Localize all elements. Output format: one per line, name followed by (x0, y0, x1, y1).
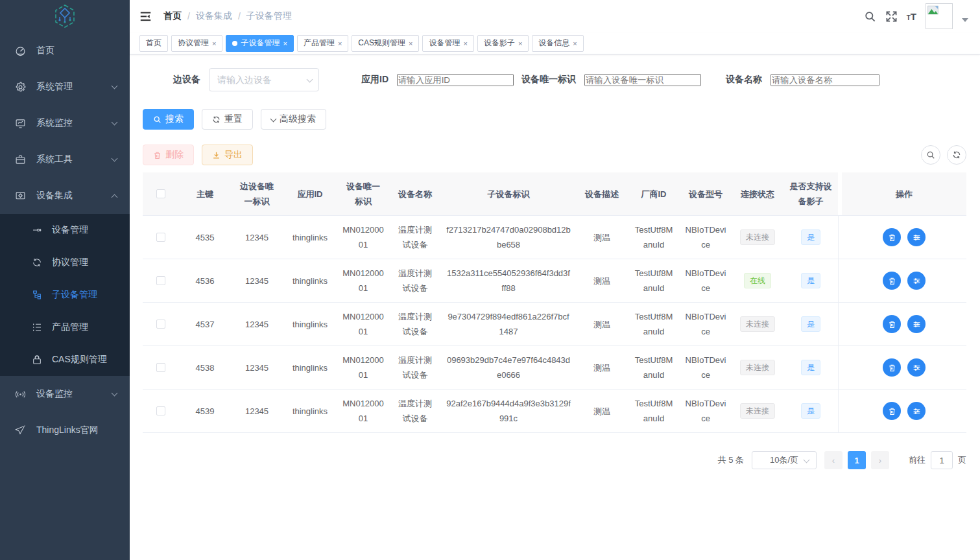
search-button[interactable]: 搜索 (143, 109, 194, 130)
sidebar-collapse-icon[interactable] (139, 11, 152, 22)
sidebar-item-cas-rule-management[interactable]: CAS规则管理 (0, 344, 130, 376)
device-desc-cell: 测温 (576, 259, 628, 302)
tab-device-shadow[interactable]: 设备影子× (477, 35, 529, 52)
breadcrumb-current: 子设备管理 (246, 10, 292, 22)
refresh-table-button[interactable] (947, 145, 966, 165)
search-icon[interactable] (864, 10, 876, 23)
advanced-search-button[interactable]: 高级搜索 (261, 109, 326, 130)
tab-device-management[interactable]: 设备管理× (422, 35, 473, 52)
operation-cell (842, 259, 966, 302)
status-badge: 在线 (744, 273, 771, 288)
tab-cas-rule-management[interactable]: CAS规则管理× (352, 35, 419, 52)
tab-product-management[interactable]: 产品管理× (297, 35, 348, 52)
sidebar-item-thinglinks-website[interactable]: ThingLinks官网 (0, 412, 130, 449)
next-page-button[interactable]: › (871, 451, 889, 469)
tab-protocol-management[interactable]: 协议管理× (171, 35, 222, 52)
sidebar-item-home[interactable]: 首页 (0, 32, 130, 69)
edge-device-select[interactable] (209, 68, 319, 91)
sidebar-item-device-integration[interactable]: 设备集成 (0, 178, 130, 214)
sidebar-item-system-management[interactable]: 系统管理 (0, 69, 130, 105)
topbar-actions: TT (864, 3, 968, 29)
device-name-cell: 温度计测试设备 (389, 216, 441, 259)
row-config-button[interactable] (907, 402, 926, 420)
tab-close-icon[interactable]: × (283, 40, 287, 47)
row-delete-button[interactable] (883, 402, 901, 420)
delete-button[interactable]: 删除 (143, 145, 194, 165)
sidebar-item-label: 系统工具 (36, 154, 73, 165)
signal-icon (13, 389, 27, 400)
chevron-down-icon (112, 390, 118, 396)
active-tab-dot (232, 41, 237, 46)
goto-page-input[interactable] (931, 451, 953, 469)
app-logo (0, 0, 130, 32)
column-header: 连接状态 (732, 172, 783, 215)
prev-page-button[interactable]: ‹ (824, 451, 843, 469)
shadow-badge: 是 (801, 229, 820, 245)
fullscreen-icon[interactable] (885, 10, 898, 23)
row-checkbox[interactable] (156, 233, 165, 242)
reset-button[interactable]: 重置 (202, 109, 253, 130)
breadcrumb-home[interactable]: 首页 (163, 10, 182, 22)
export-button[interactable]: 导出 (202, 145, 253, 165)
row-config-button[interactable] (907, 358, 926, 377)
select-all-checkbox[interactable] (156, 189, 165, 198)
sidebar: 首页 系统管理 系统监控 系统工具 设 (0, 0, 130, 560)
page-number-current[interactable]: 1 (848, 451, 866, 469)
avatar[interactable] (926, 3, 953, 29)
sidebar-item-system-monitor[interactable]: 系统监控 (0, 105, 130, 141)
search-icon (153, 115, 161, 124)
device-id-cell: MN01200001 (337, 346, 389, 389)
row-checkbox[interactable] (156, 406, 165, 415)
toggle-search-button[interactable] (921, 145, 940, 165)
sidebar-item-device-management[interactable]: 设备管理 (0, 214, 130, 246)
sidebar-item-device-monitor[interactable]: 设备监控 (0, 376, 130, 412)
tab-sub-device-management[interactable]: 子设备管理× (226, 35, 293, 52)
sidebar-item-sub-device-management[interactable]: 子设备管理 (0, 279, 130, 311)
sidebar-item-protocol-management[interactable]: 协议管理 (0, 246, 130, 279)
tab-home[interactable]: 首页 (139, 35, 168, 52)
operation-cell (842, 216, 966, 259)
shadow-badge: 是 (801, 360, 820, 375)
sidebar-item-product-management[interactable]: 产品管理 (0, 311, 130, 344)
tab-label: 子设备管理 (241, 38, 280, 49)
shadow-support-cell: 是 (783, 259, 838, 302)
main-area: 首页 / 设备集成 / 子设备管理 TT (130, 0, 980, 560)
dashboard-icon (13, 45, 27, 56)
tab-close-icon[interactable]: × (409, 40, 412, 47)
user-menu-caret-icon[interactable] (962, 18, 968, 22)
tab-close-icon[interactable]: × (573, 40, 577, 47)
app-id-input[interactable] (397, 74, 514, 86)
row-checkbox[interactable] (156, 320, 165, 329)
page-size-value: 10条/页 (770, 454, 798, 466)
row-checkbox[interactable] (156, 363, 165, 372)
row-delete-button[interactable] (883, 228, 901, 246)
device-name-input[interactable] (771, 74, 879, 86)
device-id-input[interactable] (584, 74, 701, 86)
row-config-button[interactable] (907, 228, 926, 246)
page-size-select[interactable]: 10条/页 (752, 451, 817, 469)
row-delete-button[interactable] (883, 272, 901, 290)
device-model-cell: NBIoTDevice (680, 216, 732, 259)
tab-close-icon[interactable]: × (518, 40, 522, 47)
manufacturer-id-cell: TestUtf8ManuId (628, 259, 680, 302)
row-config-button[interactable] (907, 272, 926, 290)
device-desc-cell: 测温 (576, 390, 628, 432)
row-delete-button[interactable] (883, 315, 901, 333)
select-all-cell (143, 172, 179, 215)
table-header-row: 主键 边设备唯一标识 应用ID 设备唯一标识 设备名称 子设备标识 设备描述 厂… (143, 172, 966, 216)
tab-close-icon[interactable]: × (463, 40, 467, 47)
shadow-support-cell: 是 (783, 346, 838, 389)
manufacturer-id-cell: TestUtf8ManuId (628, 390, 680, 432)
tab-device-info[interactable]: 设备信息× (532, 35, 583, 52)
column-header: 是否支持设备影子 (783, 172, 838, 215)
tab-close-icon[interactable]: × (212, 40, 216, 47)
sidebar-item-label: 产品管理 (52, 321, 88, 333)
row-delete-button[interactable] (883, 358, 901, 377)
sidebar-item-system-tools[interactable]: 系统工具 (0, 141, 130, 178)
row-checkbox[interactable] (156, 276, 165, 285)
status-badge: 未连接 (740, 316, 775, 332)
row-config-button[interactable] (907, 315, 926, 333)
manufacturer-id-cell: TestUtf8ManuId (628, 216, 680, 259)
font-size-icon[interactable]: TT (907, 11, 916, 22)
tab-close-icon[interactable]: × (338, 40, 342, 47)
